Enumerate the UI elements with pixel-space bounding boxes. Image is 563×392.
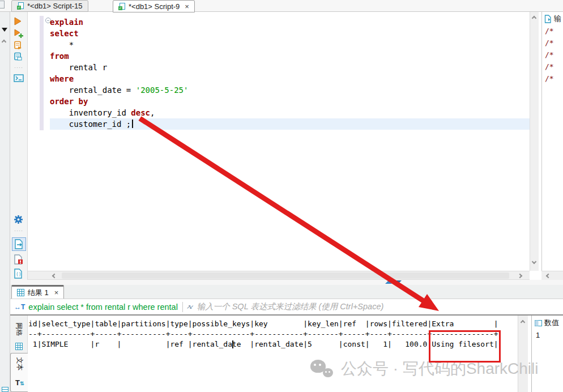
value-panel-icon xyxy=(535,320,542,326)
value-panel-header: 数值 xyxy=(532,316,563,329)
filter-icon[interactable]: ↔T xyxy=(14,303,25,311)
sql-keyword: where xyxy=(50,74,74,83)
grid-view-tab[interactable]: 网格 xyxy=(10,318,28,352)
result-header-row: id|select_type|table|partitions|type|pos… xyxy=(28,319,528,329)
sql-console-button[interactable] xyxy=(14,74,24,84)
sql-text: rental_date = xyxy=(50,86,136,95)
grid-icon xyxy=(17,289,24,296)
maximize-panel-icon[interactable] xyxy=(385,280,392,284)
output-view-button[interactable] xyxy=(12,237,26,251)
sql-file-icon: ✓ xyxy=(17,2,24,10)
sql-code-editor[interactable]: explain select * from rental r where ren… xyxy=(28,12,530,271)
tab-script-9[interactable]: ✓ *<db1> Script-9 × xyxy=(113,0,195,12)
settings-button[interactable] xyxy=(14,215,24,225)
sql-string: '2005-5-25' xyxy=(136,86,189,95)
sql-text: customer_id ; xyxy=(50,120,131,129)
scroll-up-icon[interactable] xyxy=(521,320,525,325)
sql-editor-window: ✓ *<db1> Script-15 ✓ *<db1> Script-9 × ·… xyxy=(0,0,563,392)
annotation-box xyxy=(429,330,500,363)
document-arrow-icon xyxy=(544,15,552,23)
tab-script-15[interactable]: ✓ *<db1> Script-15 xyxy=(11,0,88,12)
scroll-down-icon[interactable] xyxy=(532,259,536,264)
output-panel-header: 输 xyxy=(542,12,563,25)
sql-text: * xyxy=(50,40,74,49)
editor-toolbar: ···· ···· () xyxy=(10,12,28,285)
grid-icon xyxy=(15,343,23,350)
value-panel-title: 数值 xyxy=(544,318,559,328)
scroll-left-icon[interactable] xyxy=(52,274,57,278)
error-document-button[interactable] xyxy=(14,254,24,265)
execute-script-button[interactable] xyxy=(14,41,24,51)
collapse-up-icon[interactable] xyxy=(2,40,6,44)
sql-text: , xyxy=(150,108,155,117)
sql-file-icon: ✓ xyxy=(118,3,126,10)
executed-query-text[interactable]: explain select * from rental r where ren… xyxy=(28,302,178,312)
change-indicator-bar xyxy=(40,16,44,130)
sql-keyword: order by xyxy=(50,97,88,106)
document-error-icon xyxy=(14,254,23,265)
results-filter-bar: ↔T explain select * from rental r where … xyxy=(10,299,563,316)
value-viewer-panel: 数值 1 xyxy=(531,316,563,392)
console-icon xyxy=(14,74,24,82)
scrollbar-thumb[interactable] xyxy=(62,272,509,279)
editor-vertical-scrollbar[interactable] xyxy=(530,12,539,271)
scroll-left-icon[interactable] xyxy=(546,274,551,278)
results-text-view[interactable]: id|select_type|table|partitions|type|pos… xyxy=(28,316,528,392)
sql-keyword: from xyxy=(50,52,69,61)
execute-sql-button[interactable] xyxy=(14,17,24,27)
editor-horizontal-scrollbar[interactable] xyxy=(28,271,530,280)
toolbar-separator: ···· xyxy=(14,228,23,233)
toolbar-separator: ···· xyxy=(14,65,23,70)
text-caret xyxy=(132,120,133,128)
output-side-panel: 输 /* /* /* /* /* xyxy=(541,12,563,271)
tab-label: *<db1> Script-15 xyxy=(27,2,83,10)
expand-icon[interactable]: ↗↙ xyxy=(186,304,193,310)
clipped-view-icon xyxy=(0,1,5,8)
tab-label: *<db1> Script-9 xyxy=(129,2,180,11)
play-plus-icon xyxy=(14,29,23,38)
minimize-panel-icon[interactable] xyxy=(395,280,402,284)
view-menu-icon[interactable] xyxy=(2,28,7,35)
document-braces-icon: () xyxy=(14,269,23,279)
scroll-right-icon[interactable] xyxy=(518,274,522,278)
sql-text: rental r xyxy=(50,63,107,72)
results-panel: 网格 文本 T⇅ id|select_type|table|partitions… xyxy=(10,316,563,392)
text-view-tab[interactable]: 文本 T⇅ xyxy=(10,353,28,392)
output-panel-title: 输 xyxy=(554,14,561,24)
panel-splitter[interactable] xyxy=(10,280,563,285)
document-arrow-icon xyxy=(14,239,24,249)
results-vertical-scrollbar[interactable] xyxy=(518,316,528,392)
output-horizontal-scrollbar[interactable] xyxy=(541,271,563,280)
sql-keyword: explain xyxy=(50,18,83,27)
text-view-label: 文本 xyxy=(15,355,24,373)
wechat-icon xyxy=(310,359,334,379)
execute-new-tab-button[interactable] xyxy=(14,29,24,39)
script-orange-icon xyxy=(14,41,22,50)
watermark: 公众号 · 写代码的SharkChili xyxy=(310,358,538,380)
clipped-grid-icon xyxy=(2,387,8,392)
text-view-icon: T⇅ xyxy=(15,378,24,387)
filter-input[interactable]: 输入一个 SQL 表达式来过滤结果 (使用 Ctrl+Space) xyxy=(197,301,384,312)
sql-keyword: select xyxy=(50,29,79,38)
editor-tabbar: ✓ *<db1> Script-15 ✓ *<db1> Script-9 × xyxy=(0,0,563,12)
close-icon[interactable]: × xyxy=(185,2,189,11)
current-line: customer_id ; xyxy=(50,118,530,130)
gear-icon xyxy=(14,215,23,224)
cell-value[interactable]: 1 xyxy=(532,331,563,339)
results-tab[interactable]: 结果 1 × xyxy=(11,285,64,299)
results-tab-label: 结果 1 xyxy=(28,288,49,298)
close-icon[interactable]: × xyxy=(54,288,59,297)
text-caret xyxy=(232,340,233,348)
comment-line: /* xyxy=(542,37,563,49)
scroll-up-icon[interactable] xyxy=(532,16,536,20)
results-tabbar: 结果 1 × xyxy=(10,285,563,299)
sql-code: explain select * from rental r where ren… xyxy=(50,16,530,130)
play-icon xyxy=(14,17,22,25)
svg-text:(): () xyxy=(16,272,22,277)
comment-line: /* xyxy=(542,49,563,61)
script-document-button[interactable]: () xyxy=(14,269,24,279)
divider xyxy=(182,302,183,312)
script-blue-icon xyxy=(14,52,22,61)
left-view-strip xyxy=(0,12,10,392)
explain-plan-button[interactable] xyxy=(14,52,24,62)
